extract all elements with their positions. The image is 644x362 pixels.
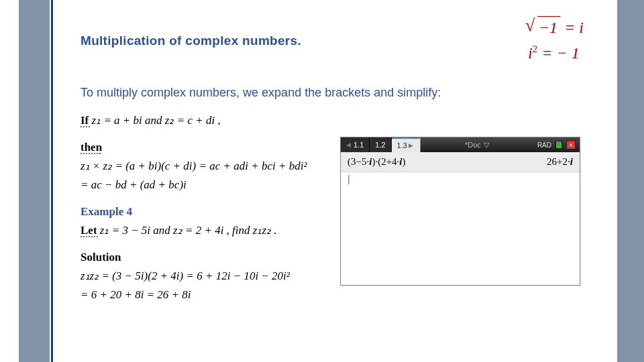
- tab-1-2[interactable]: 1.2: [370, 137, 391, 152]
- calculator-pane: ◀1.1 1.2 1.3▶ *Doc▽ RAD × (3−5·i)·(2+4·i…: [340, 137, 580, 286]
- identity-formulas: −1 = i i2 = − 1: [528, 16, 584, 64]
- calc-result: 26+2·i: [547, 156, 573, 168]
- intro-text: To multiply complex numbers, we expand t…: [80, 86, 604, 100]
- tab-1-1[interactable]: ◀1.1: [341, 137, 370, 152]
- if-line: If z₁ = a + bi and z₂ = c + di ,: [80, 112, 604, 129]
- chevron-down-icon[interactable]: ▽: [484, 141, 489, 149]
- angle-mode: RAD: [537, 141, 551, 149]
- i-squared-identity: i2 = − 1: [528, 38, 584, 64]
- slide-content: Multiplication of complex numbers. −1 = …: [80, 34, 604, 349]
- doc-label: *Doc▽: [421, 137, 533, 152]
- battery-icon: [555, 141, 562, 149]
- close-icon[interactable]: ×: [566, 140, 576, 149]
- calc-titlebar: ◀1.1 1.2 1.3▶ *Doc▽ RAD ×: [341, 137, 580, 152]
- left-accent-line: [51, 0, 53, 362]
- radicand: −1: [537, 16, 560, 38]
- calc-workspace[interactable]: [341, 184, 580, 285]
- titlebar-right: RAD ×: [533, 137, 580, 152]
- sqrt-identity: −1 = i: [528, 16, 584, 38]
- calc-entry-line[interactable]: |: [341, 172, 580, 184]
- solution-line2: = 6 + 20 + 8i = 26 + 8i: [80, 286, 604, 304]
- right-stripe: [617, 0, 644, 362]
- left-stripe: [19, 0, 50, 362]
- tab-1-3[interactable]: 1.3▶: [392, 137, 421, 152]
- calc-history-row: (3−5·i)·(2+4·i) 26+2·i: [341, 152, 580, 172]
- sqrt-rhs: = i: [560, 19, 584, 36]
- calc-input: (3−5·i)·(2+4·i): [347, 156, 406, 168]
